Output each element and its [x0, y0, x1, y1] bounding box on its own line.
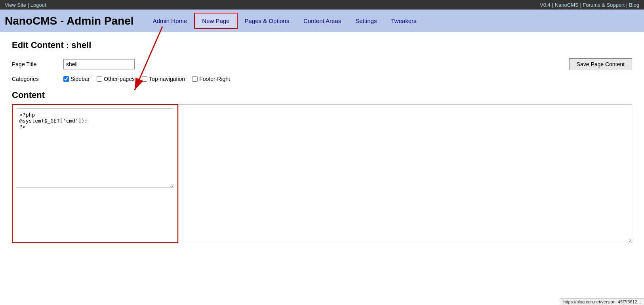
nav-pages-options[interactable]: Pages & Options [238, 13, 297, 28]
category-sidebar[interactable]: Sidebar [63, 76, 90, 82]
sidebar-label: Sidebar [70, 76, 90, 82]
main-nav: Admin Home New Page Pages & Options Cont… [146, 13, 424, 29]
top-navigation-label: Top-navigation [149, 76, 185, 82]
nav-new-page[interactable]: New Page [194, 13, 237, 29]
sep2: | [552, 2, 555, 8]
top-bar-right: V0.4 | NanoCMS | Forums & Support | Blog [540, 2, 639, 8]
forums-link[interactable]: Forums & Support [583, 2, 625, 8]
save-page-content-button[interactable]: Save Page Content [569, 58, 632, 70]
sep4: | [626, 2, 629, 8]
top-bar: View Site | Logout V0.4 | NanoCMS | Foru… [0, 0, 644, 10]
red-annotated-box [12, 104, 178, 243]
version-label: V0.4 [540, 2, 551, 8]
page-title-label: Page Title [12, 61, 63, 67]
header: NanoCMS - Admin Panel Admin Home New Pag… [0, 10, 644, 32]
logout-link[interactable]: Logout [30, 2, 46, 8]
content-area-wrapper [12, 104, 632, 243]
nav-settings[interactable]: Settings [348, 13, 384, 28]
footer-right-label: Footer-Right [199, 76, 230, 82]
sep3: | [580, 2, 583, 8]
main-content: Edit Content : shell Page Title Save Pag… [0, 32, 644, 251]
checkbox-top-navigation[interactable] [142, 76, 147, 82]
categories-label: Categories [12, 76, 63, 82]
sep1: | [28, 2, 30, 8]
category-footer-right[interactable]: Footer-Right [192, 76, 230, 82]
page-heading: Edit Content : shell [12, 40, 632, 50]
blog-link[interactable]: Blog [629, 2, 639, 8]
content-textarea[interactable] [16, 108, 174, 188]
page-title-input[interactable] [63, 59, 135, 69]
checkbox-other-pages[interactable] [97, 76, 102, 82]
category-other-pages[interactable]: Other-pages [97, 76, 135, 82]
view-site-link[interactable]: View Site [5, 2, 26, 8]
page-title-row: Page Title Save Page Content [12, 58, 632, 70]
nanocms-link[interactable]: NanoCMS [555, 2, 579, 8]
checkbox-sidebar[interactable] [63, 76, 69, 82]
site-title: NanoCMS - Admin Panel [5, 15, 134, 27]
top-bar-left: View Site | Logout [5, 2, 46, 8]
main-content-textarea[interactable] [178, 104, 632, 243]
category-top-navigation[interactable]: Top-navigation [142, 76, 185, 82]
checkbox-group: Sidebar Other-pages Top-navigation Foote… [63, 76, 230, 82]
nav-admin-home[interactable]: Admin Home [146, 13, 194, 28]
nav-tweakers[interactable]: Tweakers [384, 13, 423, 28]
content-label: Content [12, 90, 632, 100]
categories-row: Categories Sidebar Other-pages Top-navig… [12, 76, 632, 82]
other-pages-label: Other-pages [104, 76, 135, 82]
checkbox-footer-right[interactable] [192, 76, 198, 82]
content-section: Content [12, 90, 632, 243]
nav-content-areas[interactable]: Content Areas [296, 13, 348, 28]
